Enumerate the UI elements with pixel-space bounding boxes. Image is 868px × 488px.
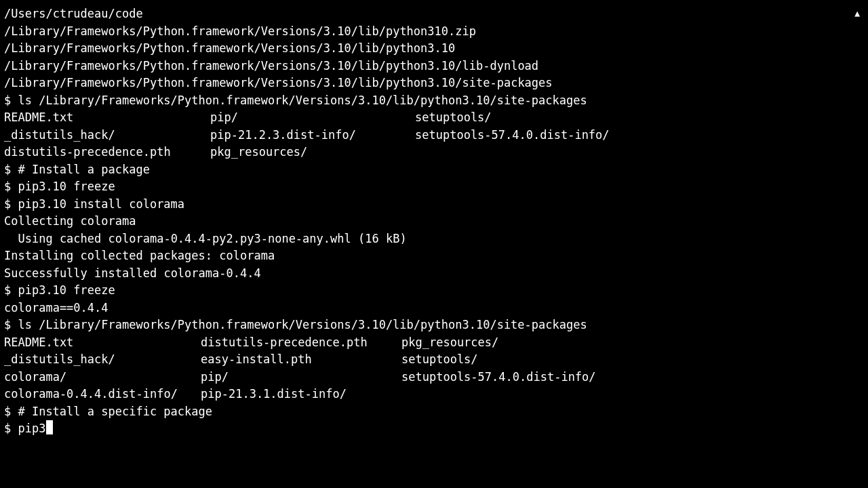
prompt-symbol: $ xyxy=(4,92,18,110)
command-text: pip3.10 install colorama xyxy=(18,196,184,214)
prompt-symbol: $ xyxy=(4,196,18,214)
command-line: $ pip3.10 freeze xyxy=(4,282,864,300)
command-line: $ ls /Library/Frameworks/Python.framewor… xyxy=(4,92,864,110)
comment-text: # Install a specific package xyxy=(18,403,212,421)
active-command-line[interactable]: $ pip3 xyxy=(4,420,864,438)
command-text: ls /Library/Frameworks/Python.framework/… xyxy=(18,317,587,334)
ls-output-row: colorama/ pip/ setuptools-57.4.0.dist-in… xyxy=(4,369,864,386)
output-line: Collecting colorama xyxy=(4,213,864,230)
command-line: $ # Install a package xyxy=(4,161,864,179)
ls-item: README.txt xyxy=(4,334,201,352)
ls-output-row: distutils-precedence.pth pkg_resources/ xyxy=(4,144,864,161)
output-line: /Users/ctrudeau/code xyxy=(4,5,864,23)
ls-item: pkg_resources/ xyxy=(401,334,864,352)
output-line: Installing collected packages: colorama xyxy=(4,247,864,265)
ls-item: setuptools-57.4.0.dist-info/ xyxy=(401,369,864,386)
ls-item: _distutils_hack/ xyxy=(4,351,201,369)
ls-item: pip-21.2.3.dist-info/ xyxy=(210,127,415,144)
output-line: /Library/Frameworks/Python.framework/Ver… xyxy=(4,58,864,75)
ls-item: easy-install.pth xyxy=(201,351,401,369)
output-line: colorama==0.4.4 xyxy=(4,300,864,317)
ls-item: pkg_resources/ xyxy=(210,144,415,161)
ls-item: pip/ xyxy=(201,369,401,386)
ls-output-row: colorama-0.4.4.dist-info/ pip-21.3.1.dis… xyxy=(4,386,864,403)
prompt-symbol: $ xyxy=(4,317,18,334)
ls-item: README.txt xyxy=(4,109,210,127)
prompt-symbol: $ xyxy=(4,420,18,438)
command-line: $ ls /Library/Frameworks/Python.framewor… xyxy=(4,317,864,334)
ls-output-row: _distutils_hack/ easy-install.pth setupt… xyxy=(4,351,864,369)
ls-item: colorama-0.4.4.dist-info/ xyxy=(4,386,201,403)
prompt-symbol: $ xyxy=(4,178,18,196)
command-text: ls /Library/Frameworks/Python.framework/… xyxy=(18,92,587,110)
prompt-symbol: $ xyxy=(4,161,18,179)
command-line: $ pip3.10 freeze xyxy=(4,178,864,196)
ls-item: _distutils_hack/ xyxy=(4,127,210,144)
command-text: pip3.10 freeze xyxy=(18,178,115,196)
cursor-icon xyxy=(46,420,53,434)
command-line: $ pip3.10 install colorama xyxy=(4,196,864,214)
command-line: $ # Install a specific package xyxy=(4,403,864,421)
ls-output-row: README.txt pip/ setuptools/ xyxy=(4,109,864,127)
ls-item: setuptools/ xyxy=(415,109,864,127)
prompt-symbol: $ xyxy=(4,282,18,300)
ls-item: pip/ xyxy=(210,109,415,127)
ls-item: pip-21.3.1.dist-info/ xyxy=(201,386,401,403)
ls-output-row: README.txt distutils-precedence.pth pkg_… xyxy=(4,334,864,352)
prompt-symbol: $ xyxy=(4,403,18,421)
output-line: Using cached colorama-0.4.4-py2.py3-none… xyxy=(4,230,864,248)
output-line: /Library/Frameworks/Python.framework/Ver… xyxy=(4,75,864,92)
output-line: Successfully installed colorama-0.4.4 xyxy=(4,265,864,283)
ls-item: setuptools/ xyxy=(401,351,864,369)
ls-output-row: _distutils_hack/ pip-21.2.3.dist-info/ s… xyxy=(4,127,864,144)
output-line: /Library/Frameworks/Python.framework/Ver… xyxy=(4,23,864,41)
terminal-area[interactable]: /Users/ctrudeau/code /Library/Frameworks… xyxy=(4,5,864,438)
ls-item: setuptools-57.4.0.dist-info/ xyxy=(415,127,864,144)
typing-text: pip3 xyxy=(18,420,45,438)
ls-item: distutils-precedence.pth xyxy=(201,334,401,352)
output-line: /Library/Frameworks/Python.framework/Ver… xyxy=(4,40,864,58)
ls-item: colorama/ xyxy=(4,369,201,386)
ls-item: distutils-precedence.pth xyxy=(4,144,210,161)
comment-text: # Install a package xyxy=(18,161,149,179)
command-text: pip3.10 freeze xyxy=(18,282,115,300)
scroll-up-icon: ▲ xyxy=(854,7,860,20)
